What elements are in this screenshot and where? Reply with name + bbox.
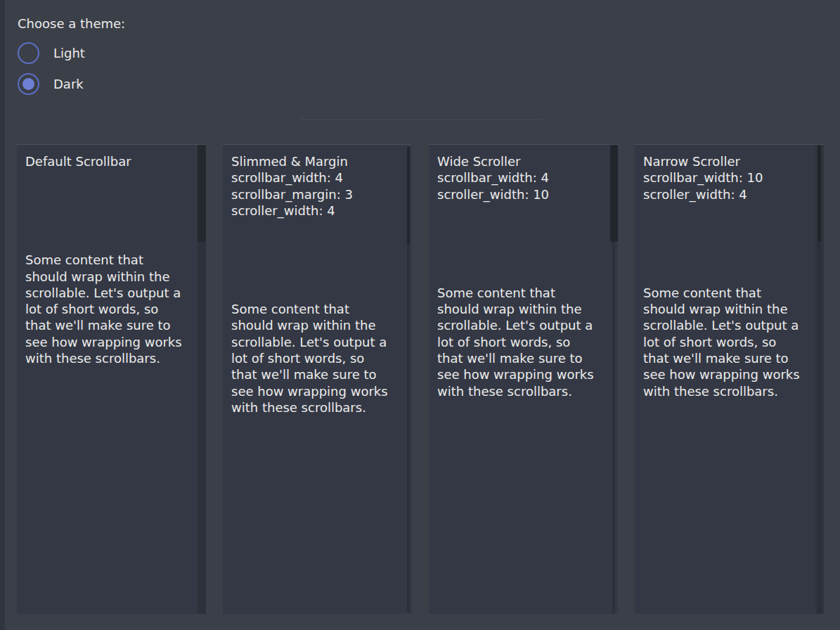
- panel-narrow-scroller[interactable]: Narrow Scroller scrollbar_width: 10 scro…: [635, 144, 824, 614]
- scrollbar-thumb[interactable]: [610, 145, 618, 242]
- radio-dark-circle[interactable]: [18, 73, 39, 95]
- panel-body-text: Some content that should wrap within the…: [231, 301, 388, 416]
- radio-dark[interactable]: Dark: [18, 72, 125, 95]
- scrollbar[interactable]: [403, 145, 412, 614]
- scrollbar-thumb[interactable]: [407, 147, 410, 244]
- panel-spacer: [25, 169, 206, 252]
- radio-light-label[interactable]: Light: [53, 46, 85, 60]
- panel-spacer: [437, 202, 618, 285]
- theme-chooser: Choose a theme: Light Dark: [18, 15, 125, 103]
- panel-wide-scroller[interactable]: Wide Scroller scrollbar_width: 4 scrolle…: [429, 144, 618, 614]
- panel-title: Wide Scroller: [437, 153, 618, 169]
- panel-content: Default Scrollbar Some content that shou…: [17, 145, 206, 366]
- horizontal-rule: [300, 119, 542, 120]
- panel-params: scrollbar_width: 4 scrollbar_margin: 3 s…: [231, 169, 412, 219]
- scrollbar[interactable]: [609, 145, 618, 614]
- scrollbar-thumb[interactable]: [198, 145, 206, 242]
- panel-params: scrollbar_width: 4 scroller_width: 10: [437, 169, 618, 202]
- scrollbar-demo-row: Default Scrollbar Some content that shou…: [17, 144, 824, 614]
- panel-body-text: Some content that should wrap within the…: [643, 285, 800, 399]
- radio-dot-icon: [22, 78, 34, 90]
- panel-body-text: Some content that should wrap within the…: [25, 252, 182, 366]
- scrollbar-thumb[interactable]: [818, 145, 821, 242]
- scrollbar[interactable]: [815, 145, 824, 614]
- panel-slimmed-margin[interactable]: Slimmed & Margin scrollbar_width: 4 scro…: [223, 144, 412, 614]
- panel-content: Narrow Scroller scrollbar_width: 10 scro…: [635, 145, 824, 399]
- radio-light-circle[interactable]: [18, 42, 39, 64]
- panel-title: Default Scrollbar: [25, 153, 206, 169]
- panel-spacer: [643, 202, 824, 285]
- radio-dark-label[interactable]: Dark: [53, 77, 84, 91]
- panel-title: Slimmed & Margin: [231, 153, 412, 169]
- panel-body-text: Some content that should wrap within the…: [437, 285, 594, 399]
- window-left-edge: [0, 0, 5, 630]
- panel-default-scrollbar[interactable]: Default Scrollbar Some content that shou…: [17, 144, 206, 614]
- panel-title: Narrow Scroller: [643, 153, 824, 169]
- scrollbar[interactable]: [198, 145, 206, 614]
- radio-light[interactable]: Light: [18, 41, 125, 64]
- panel-params: scrollbar_width: 10 scroller_width: 4: [643, 169, 824, 202]
- theme-chooser-label: Choose a theme:: [18, 15, 125, 32]
- panel-content: Wide Scroller scrollbar_width: 4 scrolle…: [429, 145, 618, 399]
- panel-spacer: [231, 219, 412, 301]
- panel-content: Slimmed & Margin scrollbar_width: 4 scro…: [223, 145, 412, 416]
